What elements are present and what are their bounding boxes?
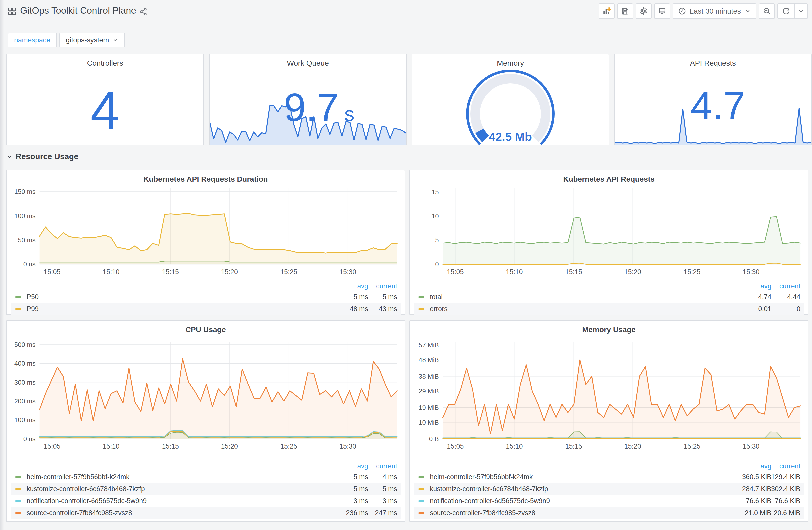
refresh-interval-caret[interactable] <box>795 4 808 18</box>
dashboard-title[interactable]: GitOps Toolkit Control Plane <box>20 5 136 16</box>
svg-text:15:30: 15:30 <box>339 268 356 276</box>
svg-text:57 MiB: 57 MiB <box>419 342 439 349</box>
series-color-dash <box>418 296 424 298</box>
memory-usage-legend: avgcurrenthelm-controller-57f9b56bbf-k24… <box>414 461 804 519</box>
legend-row[interactable]: kustomize-controller-6c6784b468-7kzfp284… <box>414 483 804 495</box>
svg-text:10: 10 <box>432 213 439 220</box>
series-color-dash <box>418 309 424 310</box>
svg-text:15:15: 15:15 <box>565 443 582 450</box>
svg-text:19 MiB: 19 MiB <box>419 404 439 411</box>
legend-row[interactable]: P9948 ms43 ms <box>11 303 401 315</box>
svg-text:15:15: 15:15 <box>162 443 179 450</box>
add-panel-button[interactable] <box>599 3 614 19</box>
series-name[interactable]: kustomize-controller-6c6784b468-7kzfp <box>430 485 548 493</box>
series-name[interactable]: helm-controller-57f9b56bbf-k24mk <box>27 473 129 481</box>
chevron-down-icon <box>112 37 118 43</box>
series-current: 43 ms <box>355 305 397 313</box>
svg-text:0 ns: 0 ns <box>23 261 35 268</box>
section-title: Resource Usage <box>15 152 78 161</box>
svg-text:15:20: 15:20 <box>221 268 238 276</box>
series-current: 0 <box>758 305 800 313</box>
series-color-dash <box>15 488 21 490</box>
series-name[interactable]: total <box>430 293 443 301</box>
series-color-dash <box>418 476 424 478</box>
apps-grid-icon[interactable] <box>8 7 16 16</box>
k8s-api-requests-legend: avgcurrenttotal4.744.44errors0.010 <box>414 281 804 315</box>
svg-text:100 ms: 100 ms <box>14 212 35 220</box>
svg-text:0 ns: 0 ns <box>23 436 35 442</box>
legend-row[interactable]: helm-controller-57f9b56bbf-k24mk360.5 Ki… <box>414 471 804 483</box>
legend-header-current[interactable]: current <box>355 282 397 290</box>
series-name[interactable]: P50 <box>27 293 39 301</box>
legend-row[interactable]: helm-controller-57f9b56bbf-k24mk5 ms4 ms <box>11 471 401 483</box>
series-name[interactable]: notification-controller-6d56575dc-5w9n9 <box>27 497 147 505</box>
share-icon[interactable] <box>139 8 148 16</box>
svg-text:15:10: 15:10 <box>506 443 523 450</box>
legend-row[interactable]: source-controller-7fb84fc985-zvsz8236 ms… <box>11 507 401 519</box>
dashboard-settings-button[interactable] <box>636 3 652 19</box>
legend-row[interactable]: source-controller-7fb84fc985-zvsz821.0 M… <box>414 507 804 519</box>
cpu-usage-legend: avgcurrenthelm-controller-57f9b56bbf-k24… <box>11 461 401 519</box>
series-color-dash <box>418 501 424 502</box>
series-name[interactable]: source-controller-7fb84fc985-zvsz8 <box>430 509 535 517</box>
template-variables-row: namespace gitops-system <box>8 33 125 47</box>
panel-title[interactable]: API Requests <box>614 59 811 68</box>
series-name[interactable]: source-controller-7fb84fc985-zvsz8 <box>27 509 132 517</box>
series-name[interactable]: notification-controller-6d56575dc-5w9n9 <box>430 497 550 505</box>
save-dashboard-button[interactable] <box>617 3 633 19</box>
svg-text:5: 5 <box>435 237 438 244</box>
time-range-picker[interactable]: Last 30 minutes <box>673 3 756 19</box>
panel-title[interactable]: Controllers <box>7 59 203 68</box>
api-requests-value: 4.7 <box>625 86 811 126</box>
svg-text:15:10: 15:10 <box>103 443 119 450</box>
svg-text:500 ms: 500 ms <box>14 341 35 348</box>
svg-text:0: 0 <box>435 261 438 268</box>
legend-row[interactable]: total4.744.44 <box>414 291 804 303</box>
svg-text:15:20: 15:20 <box>624 443 641 450</box>
panel-cpu-usage: CPU Usage 0 ns100 ms200 ms300 ms400 ms50… <box>6 321 405 522</box>
refresh-button[interactable] <box>778 4 795 18</box>
svg-text:15:05: 15:05 <box>447 443 464 450</box>
legend-header: avgcurrent <box>414 461 804 471</box>
variable-value-dropdown[interactable]: gitops-system <box>59 33 125 47</box>
row-resource-usage[interactable]: Resource Usage <box>6 152 78 161</box>
svg-text:15:25: 15:25 <box>684 268 700 276</box>
series-name[interactable]: helm-controller-57f9b56bbf-k24mk <box>430 473 533 481</box>
variable-value: gitops-system <box>66 36 109 44</box>
legend-row[interactable]: notification-controller-6d56575dc-5w9n97… <box>414 495 804 507</box>
legend-header-current[interactable]: current <box>758 462 800 470</box>
svg-text:15:30: 15:30 <box>743 268 759 276</box>
series-name[interactable]: P99 <box>27 305 39 313</box>
svg-text:15:05: 15:05 <box>447 268 464 276</box>
panel-k8s-api-requests: Kubernetes API Requests 05101515:0515:10… <box>409 170 809 315</box>
legend-row[interactable]: P505 ms5 ms <box>11 291 401 303</box>
panel-controllers: Controllers 4 <box>6 54 204 146</box>
svg-text:48 MiB: 48 MiB <box>419 356 439 364</box>
legend-header-current[interactable]: current <box>355 462 397 470</box>
cycle-view-mode-button[interactable] <box>654 3 670 19</box>
dashboard-toolbar: Last 30 minutes <box>599 3 808 19</box>
chevron-down-icon <box>6 154 13 160</box>
series-name[interactable]: errors <box>430 305 448 313</box>
legend-header-current[interactable]: current <box>758 282 800 290</box>
panel-api-requests-stat: API Requests 4.7 <box>614 54 812 146</box>
series-color-dash <box>15 476 21 478</box>
legend-row[interactable]: notification-controller-6d56575dc-5w9n93… <box>11 495 401 507</box>
series-current: 76.6 KiB <box>758 497 800 505</box>
legend-header: avgcurrent <box>414 281 804 291</box>
legend-row[interactable]: kustomize-controller-6c6784b468-7kzfp5 m… <box>11 483 401 495</box>
refresh-button-group <box>778 3 808 19</box>
k8s-api-duration-legend: avgcurrentP505 ms5 msP9948 ms43 ms <box>11 281 401 315</box>
svg-text:15:30: 15:30 <box>339 443 356 450</box>
panel-memory-gauge: Memory 42.5 Mb <box>411 54 609 146</box>
variable-label-namespace: namespace <box>8 33 57 47</box>
legend-row[interactable]: errors0.010 <box>414 303 804 315</box>
svg-text:15:10: 15:10 <box>506 268 523 276</box>
series-current: 4.44 <box>758 293 800 301</box>
svg-text:29 MiB: 29 MiB <box>419 388 439 395</box>
series-current: 247 ms <box>355 509 397 517</box>
zoom-out-button[interactable] <box>759 3 775 19</box>
series-name[interactable]: kustomize-controller-6c6784b468-7kzfp <box>27 485 145 493</box>
svg-text:10 MiB: 10 MiB <box>419 419 439 426</box>
panel-title[interactable]: Work Queue <box>209 59 406 68</box>
